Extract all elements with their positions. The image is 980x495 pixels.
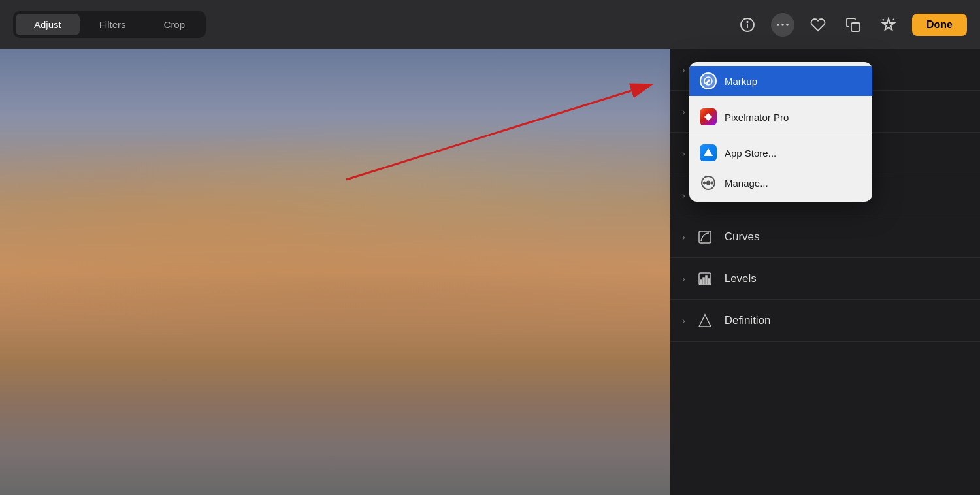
adjust-item-definition[interactable]: › Definition (670, 300, 980, 342)
pixelmator-icon (700, 108, 717, 125)
chevron-levels: › (682, 274, 685, 284)
svg-rect-27 (708, 279, 710, 284)
chevron-definition: › (682, 315, 685, 326)
toolbar-right: Done (736, 13, 967, 37)
magic-button[interactable] (877, 13, 900, 37)
dropdown-menu: Markup Pixelmator Pro App Store... (689, 62, 872, 202)
adjust-item-curves[interactable]: › Curves (670, 216, 980, 258)
dropdown-item-markup[interactable]: Markup (689, 66, 872, 96)
curves-icon (694, 227, 715, 248)
tab-filters[interactable]: Filters (81, 14, 144, 35)
pixelmator-label: Pixelmator Pro (725, 112, 789, 123)
tab-group: Adjust Filters Crop (13, 11, 206, 38)
dropdown-separator-1 (689, 99, 872, 99)
chevron-curves: › (682, 232, 685, 242)
svg-point-4 (781, 24, 784, 26)
svg-point-5 (786, 24, 789, 26)
manage-label: Manage... (725, 178, 768, 189)
svg-point-3 (777, 24, 779, 26)
more-button[interactable] (771, 13, 794, 37)
svg-rect-22 (699, 231, 711, 243)
tab-adjust[interactable]: Adjust (16, 14, 80, 35)
markup-label: Markup (725, 76, 757, 87)
svg-rect-6 (851, 23, 860, 31)
curves-label: Curves (725, 231, 760, 244)
definition-label: Definition (725, 314, 771, 327)
image-area (0, 49, 670, 495)
info-button[interactable] (736, 13, 759, 37)
svg-rect-25 (703, 278, 704, 284)
sunset-photo (0, 49, 670, 495)
svg-point-32 (711, 182, 713, 184)
svg-rect-24 (700, 280, 702, 284)
svg-point-31 (704, 182, 706, 184)
appstore-icon (700, 144, 717, 161)
chevron-wb: › (682, 190, 685, 200)
svg-line-8 (883, 19, 884, 20)
dropdown-item-appstore[interactable]: App Store... (689, 138, 872, 168)
tab-crop[interactable]: Crop (146, 14, 204, 35)
toolbar: Adjust Filters Crop (0, 0, 980, 49)
markup-icon (700, 72, 717, 89)
levels-label: Levels (725, 272, 757, 285)
done-button[interactable]: Done (912, 14, 967, 36)
svg-point-2 (747, 21, 748, 22)
chevron-redeye: › (682, 148, 685, 159)
chevron-bw: › (682, 65, 685, 75)
svg-rect-26 (706, 276, 707, 284)
dropdown-item-pixelmator[interactable]: Pixelmator Pro (689, 102, 872, 132)
manage-icon (700, 174, 717, 191)
adjust-item-levels[interactable]: › Levels (670, 258, 980, 300)
appstore-label: App Store... (725, 148, 776, 159)
svg-line-7 (893, 19, 894, 20)
definition-icon (694, 310, 715, 331)
heart-button[interactable] (806, 13, 830, 37)
chevron-retouch: › (682, 106, 685, 117)
copy-button[interactable] (841, 13, 865, 37)
dropdown-separator-2 (689, 135, 872, 135)
svg-marker-28 (699, 315, 711, 327)
dropdown-item-manage[interactable]: Manage... (689, 168, 872, 198)
levels-icon (694, 268, 715, 289)
svg-point-30 (707, 182, 710, 185)
